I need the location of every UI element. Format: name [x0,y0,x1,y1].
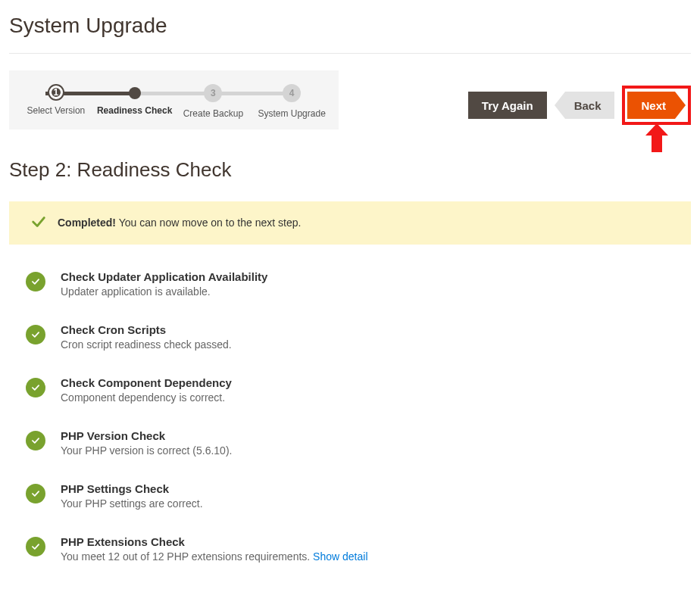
check-detail: Cron script readiness check passed. [61,338,232,351]
checkmark-circle-icon [26,484,45,503]
checkmark-circle-icon [26,325,45,344]
page-title: System Upgrade [9,0,691,54]
check-item-php-settings: PHP Settings Check Your PHP settings are… [26,482,691,510]
step-select-version: 1 Select Version [17,84,95,120]
alert-message: Completed! You can now move on to the ne… [58,217,301,229]
step-heading: Step 2: Readiness Check [9,158,691,182]
check-title: PHP Version Check [61,429,232,442]
check-detail: Your PHP settings are correct. [61,497,203,510]
step-label: Readiness Check [95,105,174,117]
next-button-highlight: Next [622,86,691,125]
try-again-button[interactable]: Try Again [468,92,547,119]
check-detail: Component dependency is correct. [61,391,232,404]
step-create-backup: 3 Create Backup [174,84,253,120]
checkmark-circle-icon [26,537,45,556]
step-bullet-future-icon: 4 [283,84,301,102]
check-item-dependency: Check Component Dependency Component dep… [26,376,691,404]
next-button[interactable]: Next [627,92,675,119]
step-bullet-done-icon: 1 [49,86,63,99]
step-readiness-check: Readiness Check [95,84,174,120]
check-item-php-version: PHP Version Check Your PHP version is co… [26,429,691,457]
step-label: Create Backup [174,108,253,120]
checkmark-icon [30,214,47,232]
alert-success: Completed! You can now move on to the ne… [9,201,691,245]
step-label: Select Version [17,105,95,117]
check-item-updater: Check Updater Application Availability U… [26,270,691,298]
step-label: System Upgrade [252,108,331,120]
back-button[interactable]: Back [565,92,615,119]
checkmark-circle-icon [26,431,45,450]
step-bullet-future-icon: 3 [204,84,222,102]
check-detail: Updater application is available. [61,285,267,298]
nav-buttons: Try Again Back Next [468,70,691,125]
checkmark-circle-icon [26,378,45,397]
top-row: 1 Select Version Readiness Check 3 Creat… [9,70,691,129]
check-item-cron: Check Cron Scripts Cron script readiness… [26,323,691,351]
check-title: Check Component Dependency [61,376,232,389]
check-title: Check Cron Scripts [61,323,232,336]
check-detail: You meet 12 out of 12 PHP extensions req… [61,550,368,563]
checkmark-circle-icon [26,272,45,291]
check-title: Check Updater Application Availability [61,270,267,283]
step-system-upgrade: 4 System Upgrade [252,84,331,120]
step-bullet-current-icon [129,87,141,99]
check-title: PHP Extensions Check [61,535,368,548]
check-detail: Your PHP version is correct (5.6.10). [61,444,232,457]
show-detail-link[interactable]: Show detail [313,550,367,563]
readiness-checklist: Check Updater Application Availability U… [9,270,691,563]
progress-stepper: 1 Select Version Readiness Check 3 Creat… [9,70,339,129]
check-item-php-extensions: PHP Extensions Check You meet 12 out of … [26,535,691,563]
arrow-up-icon [645,123,668,154]
check-title: PHP Settings Check [61,482,203,495]
